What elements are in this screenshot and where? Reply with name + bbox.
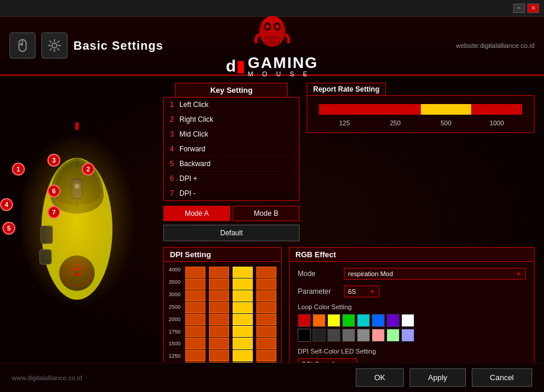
- mouse-icon-box[interactable]: [9, 33, 36, 59]
- color-swatch-pink[interactable]: [372, 329, 385, 342]
- default-button[interactable]: Default: [163, 225, 300, 241]
- key-num-1: 1: [170, 101, 179, 109]
- key-num-2: 2: [170, 115, 179, 124]
- rate-segment-1000[interactable]: [471, 104, 522, 115]
- footer-website: www.digitalalliance.co.id: [12, 374, 82, 381]
- dpi-bar: [185, 338, 205, 349]
- key-name-1: Left Click: [179, 101, 293, 109]
- rgb-mode-value: respiration Mod: [348, 270, 393, 277]
- color-swatch-purple[interactable]: [387, 314, 400, 327]
- ok-button[interactable]: OK: [356, 368, 404, 387]
- rgb-parameter-label: Parameter: [298, 287, 339, 296]
- color-swatch-black[interactable]: [298, 329, 311, 342]
- dpi-bar: [185, 350, 205, 361]
- dpi-bar: [185, 314, 205, 325]
- rate-slider[interactable]: [319, 104, 522, 115]
- rate-label-250: 250: [370, 119, 421, 127]
- rgb-parameter-value: 6S: [348, 288, 356, 295]
- rgb-mode-select[interactable]: respiration Mod ▼: [344, 268, 526, 280]
- settings-icon: [46, 37, 63, 54]
- key-row-2[interactable]: 2 Right Click: [164, 112, 299, 127]
- report-rate-panel: Report Rate Setting 125 250 500 1000: [307, 83, 535, 241]
- color-swatch-dark1[interactable]: [313, 329, 326, 342]
- rate-label-500: 500: [421, 119, 472, 127]
- color-swatch-lightblue[interactable]: [401, 329, 414, 342]
- key-name-4: Forward: [179, 145, 293, 153]
- settings-icon-box[interactable]: [41, 33, 67, 59]
- color-swatch-orange[interactable]: [313, 314, 326, 327]
- rate-segment-250[interactable]: [370, 104, 421, 115]
- minimize-button[interactable]: −: [513, 4, 525, 13]
- cancel-button[interactable]: Cancel: [472, 368, 532, 387]
- key-num-7: 7: [170, 189, 179, 197]
- rate-labels: 125 250 500 1000: [319, 119, 522, 127]
- color-swatch-gray2[interactable]: [357, 329, 370, 342]
- color-grid: [298, 314, 526, 342]
- dpi-bar: [185, 326, 205, 337]
- rgb-mode-arrow: ▼: [516, 271, 522, 277]
- mouse-label-6: 6: [47, 184, 60, 197]
- key-setting-title: Key Setting: [175, 83, 288, 97]
- color-swatch-cyan[interactable]: [357, 314, 370, 327]
- key-row-7[interactable]: 7 DPI -: [164, 186, 299, 200]
- header-website: website:digitalalliance.co.id: [456, 42, 535, 49]
- color-swatch-blue[interactable]: [372, 314, 385, 327]
- color-swatch-yellow[interactable]: [327, 314, 340, 327]
- mouse-area: 1 2 3 4 5 6 7: [0, 77, 154, 362]
- key-row-5[interactable]: 5 Backward: [164, 157, 299, 171]
- mode-a-button[interactable]: Mode A: [163, 206, 230, 221]
- rgb-mode-label: Mode: [298, 270, 339, 278]
- logo-skull-icon: [252, 14, 293, 55]
- logo: d▮ GAMING M O U S E: [226, 14, 318, 77]
- rate-label-1000: 1000: [471, 119, 522, 127]
- key-name-2: Right Click: [179, 115, 293, 124]
- key-num-4: 4: [170, 145, 179, 153]
- logo-text: d▮ GAMING M O U S E: [226, 55, 318, 77]
- dpi-bar: [185, 278, 205, 290]
- main-content: 1 2 3 4 5 6 7 Key Setting 1 Left Click 2: [0, 77, 544, 362]
- mode-buttons: Mode A Mode B: [163, 206, 300, 221]
- rgb-parameter-select[interactable]: 6S ▼: [344, 286, 379, 297]
- key-row-1[interactable]: 1 Left Click: [164, 98, 299, 112]
- footer-buttons: OK Apply Cancel: [356, 368, 532, 387]
- mouse-label-3: 3: [47, 154, 60, 167]
- loop-color-title: Loop Color Setting: [298, 303, 526, 310]
- color-swatch-red[interactable]: [298, 314, 311, 327]
- dpi-bar: [185, 302, 205, 313]
- window-controls: − ✕: [513, 4, 539, 13]
- color-swatch-dark2[interactable]: [327, 329, 340, 342]
- key-setting-box: 1 Left Click 2 Right Click 3 Mid Click 4…: [163, 97, 300, 201]
- dpi-self-color-title: DPI Self-Color LED Setting: [298, 348, 526, 355]
- key-row-3[interactable]: 3 Mid Click: [164, 127, 299, 142]
- mouse-label-4: 4: [0, 198, 13, 211]
- report-rate-title: Report Rate Setting: [307, 83, 386, 95]
- mouse-illustration: [27, 122, 127, 318]
- color-swatch-lightgreen[interactable]: [387, 329, 400, 342]
- apply-button[interactable]: Apply: [410, 368, 466, 387]
- close-button[interactable]: ✕: [527, 4, 539, 13]
- rate-label-125: 125: [319, 119, 370, 127]
- rate-segment-500[interactable]: [421, 104, 472, 115]
- key-name-6: DPI +: [179, 174, 293, 183]
- svg-rect-2: [20, 43, 22, 46]
- key-setting-panel: Key Setting 1 Left Click 2 Right Click 3…: [163, 83, 300, 241]
- color-swatch-green[interactable]: [342, 314, 355, 327]
- svg-point-9: [275, 24, 279, 29]
- color-swatch-gray1[interactable]: [342, 329, 355, 342]
- rgb-title: RGB Effect: [289, 247, 535, 261]
- report-rate-box: 125 250 500 1000: [307, 95, 535, 133]
- mouse-label-5: 5: [2, 222, 15, 235]
- footer: www.digitalalliance.co.id OK Apply Cance…: [0, 362, 544, 392]
- rgb-mode-row: Mode respiration Mod ▼: [298, 268, 526, 280]
- dpi-bar: [185, 290, 205, 302]
- key-name-5: Backward: [179, 160, 293, 168]
- header-left: Basic Settings: [0, 33, 163, 59]
- key-row-4[interactable]: 4 Forward: [164, 142, 299, 157]
- rate-segment-125[interactable]: [319, 104, 370, 115]
- color-swatch-white[interactable]: [401, 314, 414, 327]
- header: Basic Settings d▮ GAMING M O U: [0, 17, 544, 76]
- key-row-6[interactable]: 6 DPI +: [164, 171, 299, 186]
- dpi-title: DPI Setting: [163, 247, 282, 261]
- mode-b-button[interactable]: Mode B: [233, 206, 300, 221]
- rgb-parameter-arrow: ▼: [369, 289, 375, 295]
